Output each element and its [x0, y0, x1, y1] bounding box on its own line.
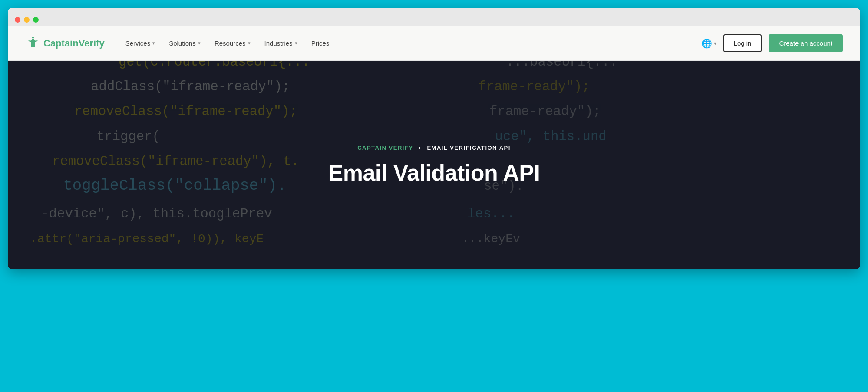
hero-content: CAPTAIN VERIFY › EMAIL VERIFICATION API …	[328, 145, 540, 186]
nav-link-resources[interactable]: Resources ▾	[215, 40, 251, 47]
breadcrumb-separator: ›	[419, 145, 421, 151]
nav-links: Services ▾ Solutions ▾ Resources ▾	[125, 40, 330, 47]
logo-icon	[25, 37, 41, 49]
maximize-button[interactable]	[33, 17, 39, 23]
minimize-button[interactable]	[24, 17, 30, 23]
nav-item-industries[interactable]: Industries ▾	[264, 40, 297, 47]
chevron-down-icon: ▾	[152, 40, 155, 46]
nav-label-services: Services	[125, 40, 151, 47]
chevron-down-icon: ▾	[248, 40, 251, 46]
chevron-down-icon: ▾	[198, 40, 201, 46]
breadcrumb-current: EMAIL VERIFICATION API	[427, 145, 510, 151]
nav-label-solutions: Solutions	[169, 40, 196, 47]
nav-item-resources[interactable]: Resources ▾	[215, 40, 251, 47]
logo-verify: Verify	[79, 38, 105, 49]
breadcrumb-parent: CAPTAIN VERIFY	[357, 145, 413, 151]
nav-item-solutions[interactable]: Solutions ▾	[169, 40, 201, 47]
hero-section: get(c.router.baseUrl{... addClass("ifram…	[8, 61, 860, 269]
navbar: CaptainVerify Services ▾ Solutions ▾	[8, 26, 860, 61]
logo[interactable]: CaptainVerify	[25, 37, 105, 49]
breadcrumb: CAPTAIN VERIFY › EMAIL VERIFICATION API	[328, 145, 540, 151]
navbar-left: CaptainVerify Services ▾ Solutions ▾	[25, 37, 329, 49]
nav-link-services[interactable]: Services ▾	[125, 40, 155, 47]
close-button[interactable]	[15, 17, 20, 23]
browser-window: CaptainVerify Services ▾ Solutions ▾	[8, 8, 860, 269]
nav-item-prices[interactable]: Prices	[311, 40, 330, 47]
navbar-right: 🌐 ▾ Log in Create an account	[701, 34, 843, 52]
globe-icon: 🌐	[701, 38, 712, 49]
chevron-down-icon: ▾	[714, 40, 716, 46]
create-account-button[interactable]: Create an account	[769, 34, 843, 52]
logo-captain: Captain	[43, 38, 79, 49]
language-selector[interactable]: 🌐 ▾	[701, 38, 716, 49]
nav-link-prices[interactable]: Prices	[311, 40, 330, 47]
nav-link-industries[interactable]: Industries ▾	[264, 40, 297, 47]
nav-link-solutions[interactable]: Solutions ▾	[169, 40, 201, 47]
login-button[interactable]: Log in	[723, 34, 762, 52]
page-title: Email Validation API	[328, 160, 540, 186]
chevron-down-icon: ▾	[295, 40, 297, 46]
browser-chrome	[8, 8, 860, 26]
logo-text: CaptainVerify	[43, 38, 105, 49]
nav-item-services[interactable]: Services ▾	[125, 40, 155, 47]
nav-label-resources: Resources	[215, 40, 246, 47]
nav-label-industries: Industries	[264, 40, 293, 47]
nav-label-prices: Prices	[311, 40, 330, 47]
